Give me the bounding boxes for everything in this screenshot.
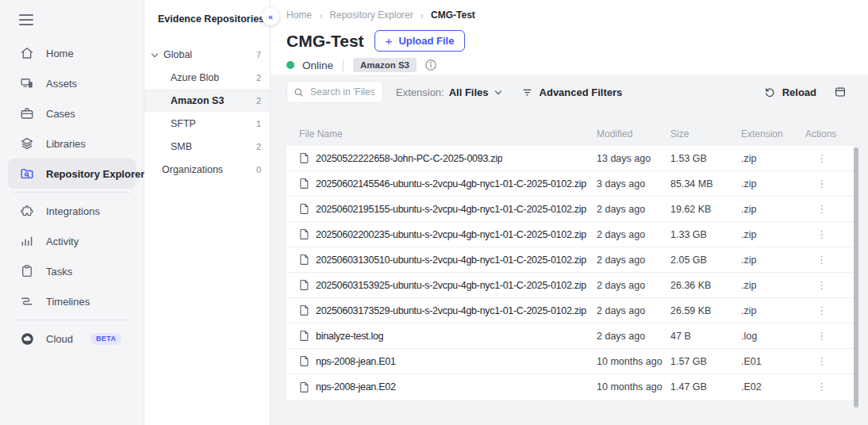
table-row[interactable]: nps-2008-jean.E01 10 months ago 1.57 GB … bbox=[286, 349, 854, 374]
breadcrumb-current: CMG-Test bbox=[431, 10, 475, 21]
file-name: binalyze-test.log bbox=[316, 331, 383, 342]
table-row[interactable]: binalyze-test.log 2 days ago 47 B .log ⋮ bbox=[286, 324, 854, 349]
row-actions-menu-icon[interactable]: ⋮ bbox=[813, 278, 830, 293]
extension-cell: .zip bbox=[741, 305, 805, 316]
menu-hamburger-icon[interactable] bbox=[19, 14, 33, 25]
file-name-cell: 20250602195155-ubuntu-s-2vcpu-4gb-nyc1-0… bbox=[299, 203, 597, 215]
page-title: CMG-Test bbox=[286, 32, 364, 51]
sidebar-item-timelines[interactable]: Timelines bbox=[0, 286, 144, 316]
table-row[interactable]: 20250522222658-John-PC-C-2025-0093.zip 1… bbox=[286, 146, 854, 171]
actions-cell: ⋮ bbox=[805, 280, 854, 291]
sidebar-item-libraries[interactable]: Libraries bbox=[0, 128, 144, 159]
repository-tree: Global 7 Azure Blob 2 Amazon S3 2 SFTP 1… bbox=[144, 43, 270, 181]
size-cell: 1.47 GB bbox=[670, 381, 741, 392]
file-name: 20250603153925-ubuntu-s-2vcpu-4gb-nyc1-0… bbox=[316, 280, 586, 291]
panel-title: Evidence Repositories bbox=[144, 0, 270, 25]
table-row[interactable]: nps-2008-jean.E02 10 months ago 1.47 GB … bbox=[286, 374, 854, 400]
home-icon bbox=[19, 46, 35, 60]
file-name: nps-2008-jean.E01 bbox=[316, 356, 396, 367]
row-actions-menu-icon[interactable]: ⋮ bbox=[813, 354, 830, 369]
sidebar-item-integrations[interactable]: Integrations bbox=[0, 196, 144, 226]
search-box[interactable] bbox=[286, 81, 383, 103]
chevron-right-icon: › bbox=[421, 10, 424, 21]
file-icon bbox=[299, 152, 309, 164]
assets-icon bbox=[19, 76, 35, 90]
tree-item-azure-blob[interactable]: Azure Blob 2 bbox=[144, 66, 270, 89]
table-row[interactable]: 20250603173529-ubuntu-s-2vcpu-4gb-nyc1-0… bbox=[286, 298, 854, 324]
table-scrollbar[interactable] bbox=[854, 147, 858, 408]
tree-item-smb[interactable]: SMB 2 bbox=[144, 135, 270, 158]
file-icon bbox=[299, 381, 309, 393]
row-actions-menu-icon[interactable]: ⋮ bbox=[813, 252, 830, 267]
upload-file-label: Upload File bbox=[398, 35, 454, 47]
tree-item-count: 7 bbox=[256, 50, 261, 59]
tree-item-organizations[interactable]: Organizations 0 bbox=[144, 158, 270, 181]
size-cell: 26.36 KB bbox=[670, 280, 741, 291]
row-actions-menu-icon[interactable]: ⋮ bbox=[813, 176, 830, 191]
tree-item-global[interactable]: Global 7 bbox=[144, 43, 270, 66]
collapse-panel-button[interactable]: « bbox=[262, 8, 279, 25]
row-actions-menu-icon[interactable]: ⋮ bbox=[813, 227, 830, 242]
column-header-modified[interactable]: Modified bbox=[597, 128, 670, 140]
column-header-size[interactable]: Size bbox=[670, 128, 741, 140]
table-row[interactable]: 20250602200235-ubuntu-s-2vcpu-4gb-nyc1-0… bbox=[286, 222, 854, 247]
sidebar-item-activity[interactable]: Activity bbox=[0, 226, 144, 256]
sidebar-item-home[interactable]: Home bbox=[0, 38, 144, 68]
column-header-file-name[interactable]: File Name bbox=[299, 128, 597, 140]
row-actions-menu-icon[interactable]: ⋮ bbox=[813, 201, 830, 216]
table-row[interactable]: 20250603153925-ubuntu-s-2vcpu-4gb-nyc1-0… bbox=[286, 273, 854, 298]
extension-filter-dropdown[interactable]: Extension: All Files bbox=[396, 86, 501, 98]
file-icon bbox=[299, 203, 309, 215]
bar-chart-icon bbox=[19, 234, 35, 248]
sidebar-item-tasks[interactable]: Tasks bbox=[0, 256, 144, 286]
beta-badge: BETA bbox=[90, 333, 121, 345]
advanced-filters-button[interactable]: Advanced Filters bbox=[521, 86, 623, 98]
tree-item-amazon-s3[interactable]: Amazon S3 2 bbox=[144, 89, 270, 112]
file-icon bbox=[299, 254, 309, 266]
sidebar-item-assets[interactable]: Assets bbox=[0, 68, 144, 98]
column-header-extension[interactable]: Extension bbox=[741, 128, 805, 140]
layers-icon bbox=[19, 136, 35, 151]
modified-cell: 10 months ago bbox=[597, 381, 670, 392]
file-icon bbox=[299, 279, 309, 291]
table-options-icon[interactable] bbox=[834, 86, 847, 98]
advanced-filters-label: Advanced Filters bbox=[540, 86, 623, 98]
table-row[interactable]: 20250602145546-ubuntu-s-2vcpu-4gb-nyc1-0… bbox=[286, 171, 854, 197]
row-actions-menu-icon[interactable]: ⋮ bbox=[813, 328, 830, 343]
modified-cell: 2 days ago bbox=[597, 229, 670, 240]
size-cell: 85.34 MB bbox=[670, 178, 741, 190]
file-name-cell: nps-2008-jean.E01 bbox=[299, 355, 597, 367]
tree-item-sftp[interactable]: SFTP 1 bbox=[144, 112, 270, 135]
file-name: 20250602145546-ubuntu-s-2vcpu-4gb-nyc1-0… bbox=[316, 178, 586, 190]
table-row[interactable]: 20250603130510-ubuntu-s-2vcpu-4gb-nyc1-0… bbox=[286, 247, 854, 273]
info-icon[interactable] bbox=[424, 59, 437, 71]
extension-cell: .E02 bbox=[741, 381, 805, 392]
actions-cell: ⋮ bbox=[805, 153, 854, 164]
breadcrumb-repository-explorer[interactable]: Repository Explorer bbox=[329, 10, 413, 21]
sidebar-item-label: Timelines bbox=[46, 296, 90, 308]
modified-cell: 2 days ago bbox=[597, 280, 670, 291]
row-actions-menu-icon[interactable]: ⋮ bbox=[813, 379, 830, 394]
toolbar: Extension: All Files Advanced Filters Re… bbox=[286, 81, 854, 103]
upload-file-button[interactable]: + Upload File bbox=[374, 30, 466, 52]
search-input[interactable] bbox=[309, 86, 376, 98]
table-row[interactable]: 20250602195155-ubuntu-s-2vcpu-4gb-nyc1-0… bbox=[286, 197, 854, 222]
extension-cell: .zip bbox=[741, 229, 805, 240]
title-row: CMG-Test + Upload File bbox=[286, 30, 852, 52]
size-cell: 19.62 KB bbox=[670, 204, 741, 215]
reload-button[interactable]: Reload bbox=[764, 86, 816, 98]
sidebar-item-cloud[interactable]: Cloud BETA bbox=[0, 324, 144, 354]
sidebar-item-repository-explorer[interactable]: Repository Explorer bbox=[8, 159, 136, 189]
tree-item-label: SMB bbox=[171, 141, 192, 152]
file-name-cell: 20250603173529-ubuntu-s-2vcpu-4gb-nyc1-0… bbox=[299, 304, 597, 316]
row-actions-menu-icon[interactable]: ⋮ bbox=[813, 151, 830, 166]
sidebar-item-cases[interactable]: Cases bbox=[0, 98, 144, 128]
modified-cell: 2 days ago bbox=[597, 255, 670, 266]
sidebar-item-label: Cases bbox=[46, 108, 75, 120]
breadcrumb-home[interactable]: Home bbox=[286, 10, 312, 21]
tree-item-label: Global bbox=[163, 49, 192, 60]
row-actions-menu-icon[interactable]: ⋮ bbox=[813, 303, 830, 318]
extension-cell: .zip bbox=[741, 204, 805, 215]
file-table: File Name Modified Size Extension Action… bbox=[286, 122, 854, 400]
file-name-cell: binalyze-test.log bbox=[299, 330, 597, 342]
